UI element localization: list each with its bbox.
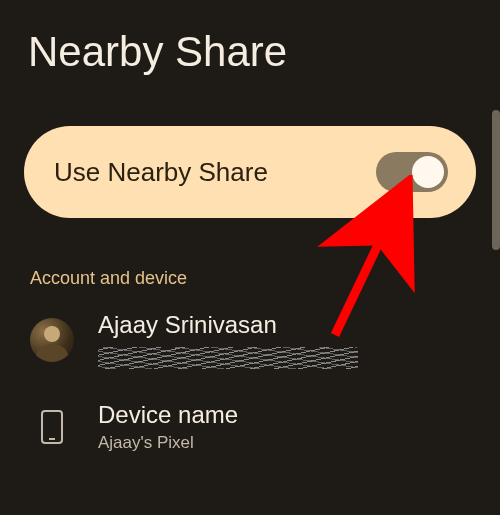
account-email-redacted — [98, 347, 358, 369]
page-title: Nearby Share — [0, 0, 500, 76]
use-nearby-share-row[interactable]: Use Nearby Share — [24, 126, 476, 218]
device-name-label: Device name — [98, 401, 238, 429]
scrollbar[interactable] — [492, 110, 500, 250]
phone-icon — [30, 405, 74, 449]
device-name-value: Ajaay's Pixel — [98, 433, 238, 453]
device-name-row[interactable]: Device name Ajaay's Pixel — [0, 379, 500, 463]
use-nearby-share-toggle[interactable] — [376, 152, 448, 192]
account-name: Ajaay Srinivasan — [98, 311, 358, 339]
avatar — [30, 318, 74, 362]
toggle-thumb — [412, 156, 444, 188]
section-header-account-device: Account and device — [30, 268, 500, 289]
account-row[interactable]: Ajaay Srinivasan — [0, 289, 500, 379]
use-nearby-share-label: Use Nearby Share — [54, 157, 268, 188]
